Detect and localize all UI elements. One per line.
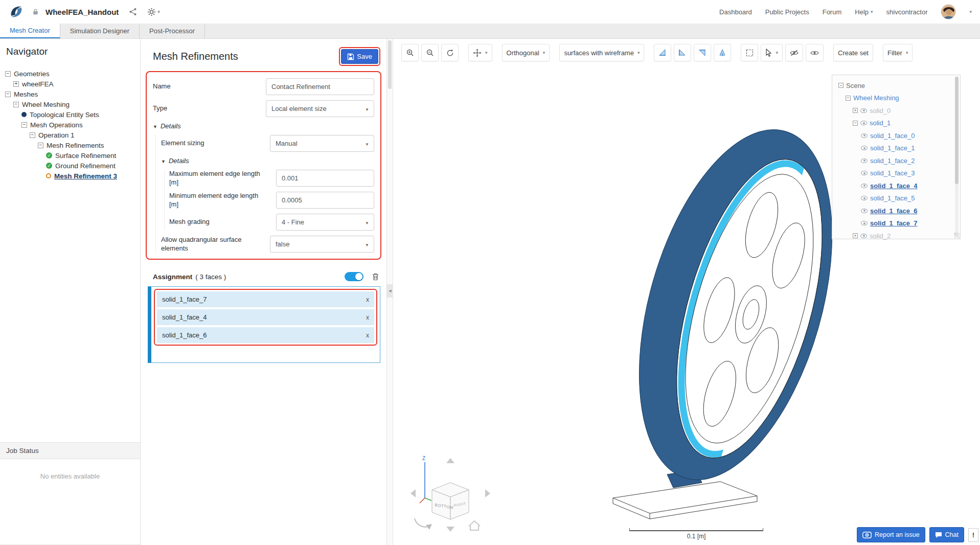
view-isometric-button[interactable] xyxy=(714,44,731,61)
expand-icon[interactable] xyxy=(853,233,858,238)
remove-face-button[interactable]: x xyxy=(366,332,369,339)
scene-tree-item-wheel-meshing[interactable]: Wheel Meshing xyxy=(837,92,952,105)
scene-tree-item-face-4[interactable]: solid_1_face_4 xyxy=(837,179,952,192)
scene-tree-item-face-7[interactable]: solid_1_face_7 xyxy=(837,217,952,230)
tree-item-mesh-operations[interactable]: Mesh Operations xyxy=(0,120,140,130)
visibility-eye-icon[interactable] xyxy=(861,184,868,188)
chevron-down-icon[interactable]: ▾ xyxy=(969,9,972,14)
resize-corner[interactable] xyxy=(954,233,960,238)
collapse-icon[interactable] xyxy=(5,71,11,77)
element-sizing-select[interactable]: Manual xyxy=(270,135,374,152)
tab-post-processor[interactable]: Post-Processor xyxy=(140,24,205,38)
hide-selection-button[interactable] xyxy=(785,44,803,61)
panel-scrollbar[interactable] xyxy=(387,39,393,545)
visibility-eye-icon[interactable] xyxy=(860,234,867,238)
remove-face-button[interactable]: x xyxy=(366,314,369,321)
scene-tree-item-face-6[interactable]: solid_1_face_6 xyxy=(837,205,952,217)
name-input[interactable] xyxy=(266,78,374,95)
box-select-button[interactable] xyxy=(741,44,758,61)
tree-item-geometries[interactable]: Geometries xyxy=(0,69,140,79)
visibility-eye-icon[interactable] xyxy=(861,209,868,213)
visibility-eye-icon[interactable] xyxy=(861,146,868,150)
scrollbar-thumb[interactable] xyxy=(388,40,392,89)
remove-face-button[interactable]: x xyxy=(366,296,369,303)
nav-forum[interactable]: Forum xyxy=(823,8,842,16)
projection-dropdown[interactable]: Orthogonal▾ xyxy=(502,44,550,61)
collapse-icon[interactable] xyxy=(30,132,35,138)
report-issue-button[interactable]: Report an issue xyxy=(857,527,925,542)
scene-tree-item-face-5[interactable]: solid_1_face_5 xyxy=(837,192,952,205)
avatar[interactable] xyxy=(941,4,956,19)
collapse-icon[interactable] xyxy=(21,122,27,128)
render-mode-dropdown[interactable]: surfaces with wireframe▾ xyxy=(559,44,644,61)
nav-help[interactable]: Help▾ xyxy=(855,8,873,16)
scene-tree-item-face-0[interactable]: solid_1_face_0 xyxy=(837,129,952,142)
chat-button[interactable]: Chat xyxy=(929,527,964,542)
3d-viewport[interactable]: ▾ Orthogonal▾ surfaces with wireframe▾ ▾… xyxy=(393,39,980,545)
visibility-eye-icon[interactable] xyxy=(861,196,868,200)
home-icon[interactable] xyxy=(469,521,480,530)
collapse-icon[interactable] xyxy=(838,83,844,88)
assignment-item[interactable]: solid_1_face_4x xyxy=(157,309,374,325)
orientation-cube-widget[interactable]: Z BOTTOM RIGHT xyxy=(407,454,494,536)
tree-item-wheelfea[interactable]: wheelFEA xyxy=(0,79,140,89)
visibility-eye-icon[interactable] xyxy=(861,133,868,138)
tree-item-mesh-refinements[interactable]: Mesh Refinements xyxy=(0,140,140,150)
scrollbar-thumb[interactable] xyxy=(955,77,959,184)
view-x-axis-button[interactable] xyxy=(654,44,671,61)
collapse-icon[interactable] xyxy=(846,96,851,101)
zoom-in-button[interactable] xyxy=(401,44,419,61)
tree-item-ground-refinement[interactable]: Ground Refinement xyxy=(0,161,140,171)
expand-icon[interactable] xyxy=(13,81,19,87)
assignment-item[interactable]: solid_1_face_7x xyxy=(157,291,374,307)
assignment-list[interactable]: solid_1_face_7x solid_1_face_4x solid_1_… xyxy=(148,286,380,363)
rotate-left-arrow[interactable] xyxy=(411,489,416,497)
collapse-icon[interactable] xyxy=(853,121,858,126)
scene-tree-item-solid-1[interactable]: solid_1 xyxy=(837,117,952,130)
rotate-right-arrow[interactable] xyxy=(485,489,490,497)
type-select[interactable]: Local element size xyxy=(266,100,374,117)
tab-mesh-creator[interactable]: Mesh Creator xyxy=(0,24,60,38)
visibility-eye-icon[interactable] xyxy=(861,158,868,163)
scene-tree-scrollbar[interactable] xyxy=(955,77,959,236)
min-edge-length-input[interactable] xyxy=(276,192,374,209)
notification-badge[interactable]: ! xyxy=(968,528,978,542)
quad-elements-select[interactable]: false xyxy=(270,236,374,253)
pan-tool-dropdown[interactable]: ▾ xyxy=(468,44,492,61)
scene-tree-item-scene[interactable]: Scene xyxy=(837,79,952,92)
tree-item-topological-entity-sets[interactable]: Topological Entity Sets xyxy=(0,109,140,120)
username[interactable]: shivcontractor xyxy=(886,8,928,16)
assignment-toggle[interactable] xyxy=(345,272,363,281)
tree-item-wheel-meshing[interactable]: Wheel Meshing xyxy=(0,99,140,109)
rotate-down-arrow[interactable] xyxy=(446,527,454,532)
visibility-eye-icon[interactable] xyxy=(861,171,868,175)
collapse-icon[interactable] xyxy=(5,92,11,97)
rotate-up-arrow[interactable] xyxy=(446,458,454,463)
tree-item-meshes[interactable]: Meshes xyxy=(0,89,140,99)
reset-view-button[interactable] xyxy=(441,44,459,61)
app-logo[interactable] xyxy=(8,4,25,20)
view-y-axis-button[interactable] xyxy=(674,44,691,61)
details-collapse-header[interactable]: Details xyxy=(161,157,374,165)
filter-dropdown[interactable]: Filter▾ xyxy=(883,44,913,61)
view-z-axis-button[interactable] xyxy=(694,44,711,61)
visibility-eye-icon[interactable] xyxy=(860,108,867,113)
rotate-ccw-arrow[interactable] xyxy=(415,518,428,527)
tree-item-mesh-refinement-3[interactable]: Mesh Refinement 3 xyxy=(0,171,140,181)
visibility-eye-icon[interactable] xyxy=(861,221,868,225)
trash-icon[interactable] xyxy=(372,272,379,281)
scene-tree-item-solid-0[interactable]: solid_0 xyxy=(837,104,952,117)
create-set-button[interactable]: Create set xyxy=(833,44,873,61)
zoom-out-button[interactable] xyxy=(421,44,439,61)
max-edge-length-input[interactable] xyxy=(276,170,374,187)
tab-simulation-designer[interactable]: Simulation Designer xyxy=(60,24,140,38)
nav-dashboard[interactable]: Dashboard xyxy=(719,8,752,16)
nav-public-projects[interactable]: Public Projects xyxy=(765,8,809,16)
job-status-header[interactable]: Job Status xyxy=(0,442,140,459)
scene-tree-item-solid-2[interactable]: solid_2 xyxy=(837,230,952,242)
show-all-button[interactable] xyxy=(806,44,824,61)
select-tool-dropdown[interactable]: ▾ xyxy=(761,44,783,61)
tree-item-operation-1[interactable]: Operation 1 xyxy=(0,130,140,140)
panel-collapse-handle[interactable] xyxy=(387,284,393,298)
details-collapse-header[interactable]: Details xyxy=(153,122,374,130)
